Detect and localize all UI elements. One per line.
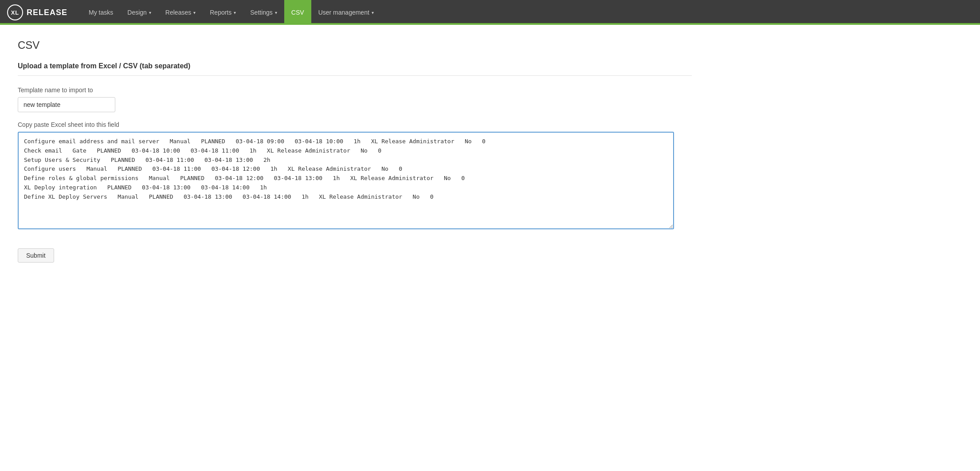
logo-icon: XL (7, 4, 23, 20)
nav-item-user-management[interactable]: User management ▾ (311, 0, 381, 25)
template-name-input[interactable] (18, 97, 115, 112)
settings-caret: ▾ (275, 10, 277, 15)
navbar: XL RELEASE My tasks Design ▾ Releases ▾ … (0, 0, 980, 25)
brand-name: RELEASE (27, 8, 67, 17)
logo[interactable]: XL RELEASE (7, 4, 67, 20)
template-name-group: Template name to import to (18, 86, 692, 112)
nav-item-settings[interactable]: Settings ▾ (243, 0, 284, 25)
nav-item-csv[interactable]: CSV (284, 0, 311, 25)
template-name-label: Template name to import to (18, 86, 692, 94)
reports-caret: ▾ (234, 10, 236, 15)
nav-item-releases[interactable]: Releases ▾ (158, 0, 203, 25)
user-management-caret: ▾ (372, 10, 374, 15)
csv-textarea[interactable] (18, 132, 674, 229)
releases-caret: ▾ (193, 10, 196, 15)
nav-item-my-tasks[interactable]: My tasks (82, 0, 120, 25)
csv-paste-group: Copy paste Excel sheet into this field (18, 121, 692, 231)
nav-item-design[interactable]: Design ▾ (120, 0, 158, 25)
copy-paste-label: Copy paste Excel sheet into this field (18, 121, 692, 128)
page-content: CSV Upload a template from Excel / CSV (… (0, 25, 710, 277)
design-caret: ▾ (149, 10, 151, 15)
submit-button[interactable]: Submit (18, 248, 54, 263)
section-title: Upload a template from Excel / CSV (tab … (18, 62, 692, 76)
page-title: CSV (18, 39, 692, 51)
nav-item-reports[interactable]: Reports ▾ (203, 0, 243, 25)
nav-menu: My tasks Design ▾ Releases ▾ Reports ▾ S… (82, 0, 381, 25)
